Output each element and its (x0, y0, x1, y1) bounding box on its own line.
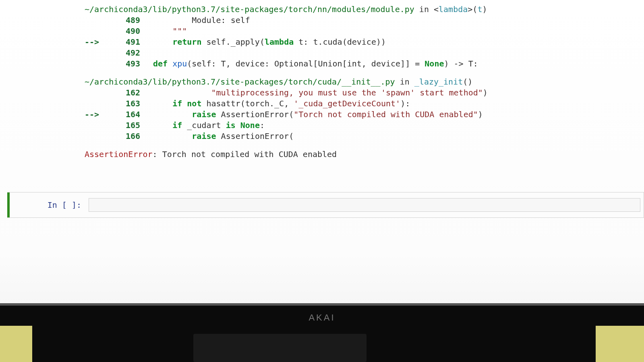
traceback-line: 489 Module: self (85, 15, 644, 26)
traceback-code: if not hasattr(torch._C, '_cuda_getDevic… (153, 98, 644, 109)
traceback-arrow (85, 120, 109, 131)
monitor-bezel: AKAI (0, 306, 644, 362)
traceback-line: 492 (85, 48, 644, 58)
input-cell: In [ ]: (7, 192, 644, 218)
code-input[interactable] (89, 198, 640, 212)
traceback-path: ~/archiconda3/lib/python3.7/site-package… (85, 4, 414, 14)
traceback-output: ~/archiconda3/lib/python3.7/site-package… (0, 0, 644, 172)
traceback-lineno: 492 (109, 48, 153, 58)
traceback-lines: 489 Module: self490 """-->491 return sel… (85, 15, 644, 69)
traceback-code: raise AssertionError("Torch not compiled… (153, 109, 644, 120)
traceback-code: def xpu(self: T, device: Optional[Union[… (153, 58, 644, 69)
traceback-line: 165 if _cudart is None: (85, 120, 644, 131)
cell-input-wrap (85, 192, 644, 217)
traceback-path: ~/archiconda3/lib/python3.7/site-package… (85, 77, 395, 87)
traceback-func: <lambda>(t) (434, 4, 487, 14)
traceback-code: if _cudart is None: (153, 120, 644, 131)
traceback-code: raise AssertionError( (153, 131, 644, 142)
desk-surface (596, 326, 644, 362)
monitor-brand-logo: AKAI (309, 312, 335, 324)
traceback-arrow: --> (85, 37, 109, 48)
traceback-arrow (85, 87, 109, 98)
traceback-code: "multiprocessing, you must use the 'spaw… (153, 87, 644, 98)
traceback-lines: 162 "multiprocessing, you must use the '… (85, 87, 644, 142)
traceback-code: """ (153, 26, 644, 37)
traceback-lineno: 490 (109, 26, 153, 37)
traceback-line: -->491 return self._apply(lambda t: t.cu… (85, 37, 644, 48)
error-name: AssertionError (85, 149, 153, 159)
traceback-func: _lazy_init() (414, 77, 473, 87)
traceback-line: 162 "multiprocessing, you must use the '… (85, 87, 644, 98)
traceback-lineno: 489 (109, 15, 153, 26)
traceback-in: in (419, 4, 429, 14)
spacer (0, 69, 644, 77)
monitor-stand (193, 334, 367, 362)
traceback-frame-header: ~/archiconda3/lib/python3.7/site-package… (85, 4, 644, 15)
traceback-lineno: 163 (109, 98, 153, 109)
traceback-arrow (85, 58, 109, 69)
traceback-lineno: 162 (109, 87, 153, 98)
traceback-arrow (85, 26, 109, 37)
desk-surface (0, 326, 32, 362)
traceback-line: 166 raise AssertionError( (85, 131, 644, 142)
traceback-lineno: 491 (109, 37, 153, 48)
spacer (0, 142, 644, 149)
traceback-lineno: 164 (109, 109, 153, 120)
traceback-lineno: 165 (109, 120, 153, 131)
traceback-lineno: 166 (109, 131, 153, 142)
traceback-line: 490 """ (85, 26, 644, 37)
error-sep: : (153, 149, 162, 159)
traceback-arrow: --> (85, 109, 109, 120)
traceback-arrow (85, 131, 109, 142)
error-summary: AssertionError: Torch not compiled with … (85, 149, 644, 160)
jupyter-page: ~/archiconda3/lib/python3.7/site-package… (0, 0, 644, 362)
cell-prompt: In [ ]: (10, 192, 85, 217)
traceback-line: 493def xpu(self: T, device: Optional[Uni… (85, 58, 644, 69)
traceback-arrow (85, 15, 109, 26)
traceback-arrow (85, 98, 109, 109)
traceback-frame-header: ~/archiconda3/lib/python3.7/site-package… (85, 77, 644, 87)
traceback-code: return self._apply(lambda t: t.cuda(devi… (153, 37, 644, 48)
traceback-in: in (400, 77, 410, 87)
traceback-code (153, 48, 644, 58)
traceback-arrow (85, 48, 109, 58)
traceback-lineno: 493 (109, 58, 153, 69)
traceback-line: 163 if not hasattr(torch._C, '_cuda_getD… (85, 98, 644, 109)
traceback-code: Module: self (153, 15, 644, 26)
error-message: Torch not compiled with CUDA enabled (162, 149, 337, 159)
traceback-line: -->164 raise AssertionError("Torch not c… (85, 109, 644, 120)
